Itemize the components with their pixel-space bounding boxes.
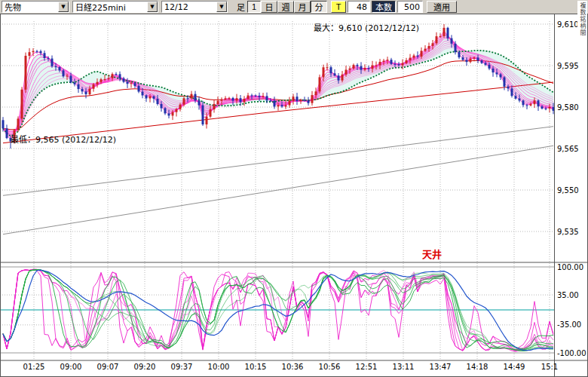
bar-type-label: 足 <box>237 1 245 13</box>
price-axis-label: 9,535 <box>557 228 579 236</box>
price-axis-label: 9,580 <box>557 103 579 112</box>
symbol-select-value: 日経225mini <box>75 1 126 13</box>
period-button-minute[interactable]: 分 <box>311 1 327 13</box>
min-price-annotation: 最低：9,565 (2012/12/12) <box>11 135 116 145</box>
bar-count-toggle[interactable]: 本数 <box>372 1 396 13</box>
time-axis-label: 09:07 <box>97 363 119 371</box>
period-button-1[interactable]: 1 <box>247 1 261 13</box>
time-axis-label: 15:1 <box>541 363 558 371</box>
time-axis-label: 09:00 <box>60 363 82 371</box>
oscillator-axis-label: -100.00 <box>557 349 586 357</box>
toolbar: 先物 ▼ 日経225mini ▼ 12/12 ▼ 足 1 日 週 月 分 T 4… <box>0 0 588 14</box>
time-axis-label: 09:20 <box>134 363 156 371</box>
market-select[interactable]: 先物 ▼ <box>2 1 69 13</box>
dropdown-arrow-icon[interactable]: ▼ <box>58 2 69 12</box>
time-axis-label: 10:36 <box>282 363 304 371</box>
max-price-annotation: 最大：9,610 (2012/12/12) <box>314 23 419 33</box>
price-chart-canvas: 9,6109,5959,5809,5659,5509,535100.0035.0… <box>0 14 588 377</box>
time-axis-label: 14:49 <box>504 363 525 371</box>
time-axis-label: 01:25 <box>23 363 45 371</box>
time-axis-label: 10:00 <box>208 363 230 371</box>
market-select-value: 先物 <box>5 1 21 13</box>
side-vertical-label[interactable]: 複数銘柄間 <box>577 1 587 38</box>
dropdown-arrow-icon[interactable]: ▼ <box>216 2 227 12</box>
oscillator-axis-label: -35.00 <box>557 320 581 329</box>
symbol-select[interactable]: 日経225mini ▼ <box>72 1 158 13</box>
bar-count-input[interactable]: 500 <box>397 1 423 13</box>
time-axis-label: 13:47 <box>430 363 452 371</box>
oscillator-axis-label: 100.00 <box>557 263 583 271</box>
price-axis-label: 9,550 <box>557 186 579 195</box>
time-axis-label: 09:37 <box>171 363 193 371</box>
price-axis-label: 9,565 <box>557 145 579 153</box>
period-button-month[interactable]: 月 <box>294 1 311 13</box>
apply-button[interactable]: 適用 <box>427 1 457 13</box>
period-button-week[interactable]: 週 <box>277 1 294 13</box>
tick-button[interactable]: T <box>331 1 346 13</box>
price-axis-label: 9,610 <box>557 20 579 29</box>
chart-area: 9,6109,5959,5809,5659,5509,535100.0035.0… <box>0 14 588 377</box>
ceiling-annotation: 天井 <box>422 249 442 260</box>
time-axis-label: 12:51 <box>356 363 378 371</box>
dropdown-arrow-icon[interactable]: ▼ <box>147 2 158 12</box>
time-axis-label: 14:18 <box>467 363 488 371</box>
oscillator-axis-label: 35.00 <box>557 291 579 299</box>
tick-count-input[interactable]: 48 <box>348 1 370 13</box>
time-axis-label: 10:56 <box>319 363 341 371</box>
period-button-day[interactable]: 日 <box>261 1 277 13</box>
time-axis-label: 10:15 <box>245 363 267 371</box>
price-axis-label: 9,595 <box>557 62 579 70</box>
date-select[interactable]: 12/12 ▼ <box>161 1 228 13</box>
date-select-value: 12/12 <box>164 2 188 12</box>
time-axis-label: 13:11 <box>393 363 415 371</box>
